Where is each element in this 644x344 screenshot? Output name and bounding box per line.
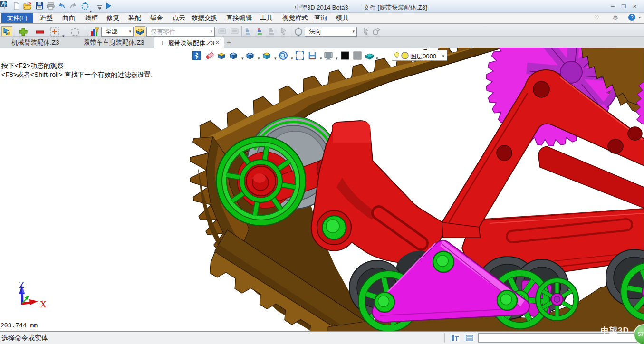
svg-text:Z: Z [19,280,25,290]
svg-text:X: X [40,299,47,309]
